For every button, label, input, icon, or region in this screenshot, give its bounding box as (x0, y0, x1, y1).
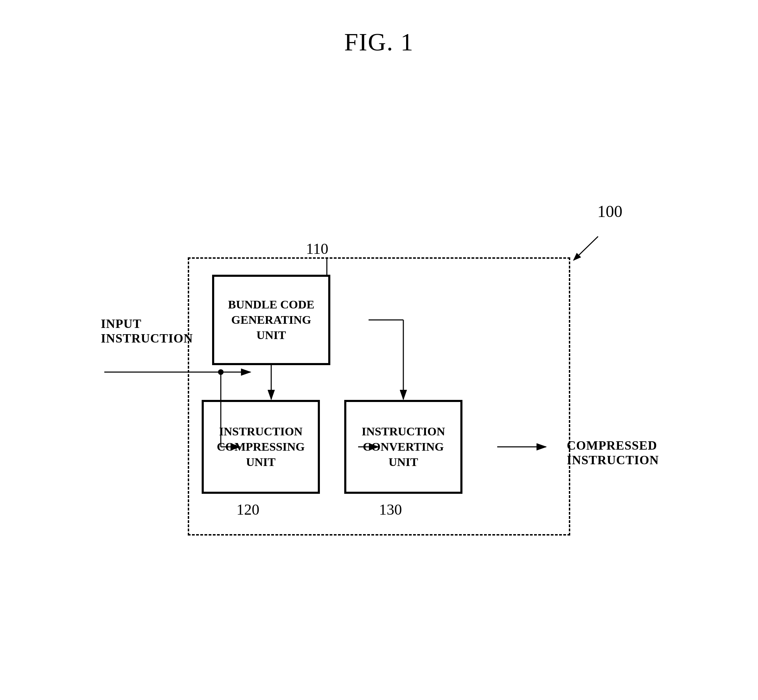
svg-line-2 (574, 236, 598, 260)
input-instruction-label: INPUT INSTRUCTION (101, 316, 193, 346)
instruction-compressing-unit-box: INSTRUCTION COMPRESSING UNIT (202, 400, 320, 494)
bundle-code-generating-unit-box: BUNDLE CODE GENERATING UNIT (212, 275, 330, 365)
instruction-converting-unit-box: INSTRUCTION CONVERTING UNIT (344, 400, 463, 494)
diagram-container: 100 110 INPUT INSTRUCTION BUNDLE CODE GE… (101, 202, 657, 584)
bundle-code-generating-unit-label: BUNDLE CODE GENERATING UNIT (228, 297, 314, 343)
reference-130-label: 130 (379, 501, 402, 519)
compressed-instruction-label: COMPRESSED INSTRUCTION (567, 438, 659, 467)
page-title: FIG. 1 (344, 28, 414, 57)
reference-110-label: 110 (306, 240, 328, 258)
instruction-compressing-unit-label: INSTRUCTION COMPRESSING UNIT (217, 424, 305, 470)
reference-100-label: 100 (597, 202, 622, 221)
reference-120-label: 120 (236, 501, 259, 519)
instruction-converting-unit-label: INSTRUCTION CONVERTING UNIT (362, 424, 445, 470)
